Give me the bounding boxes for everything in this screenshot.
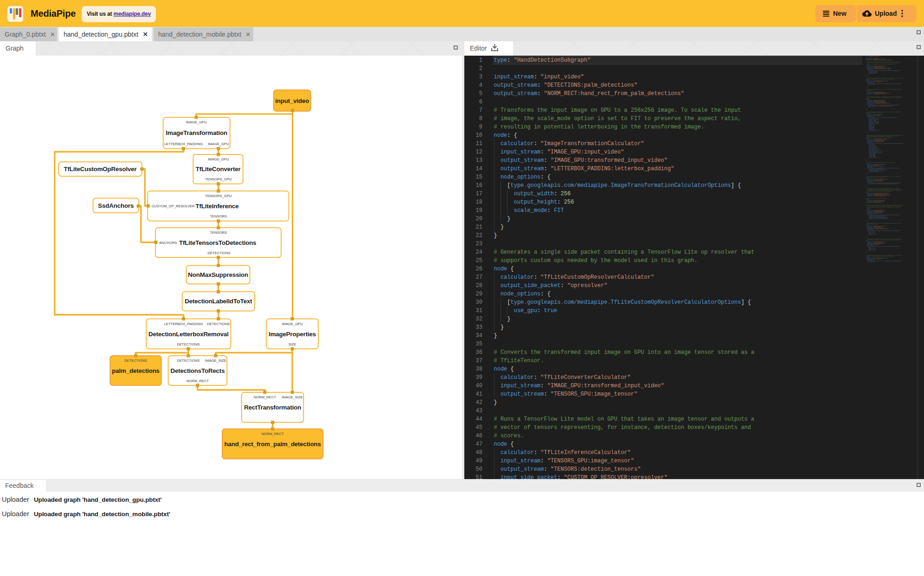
svg-text:TENSORS_GPU: TENSORS_GPU (205, 177, 231, 181)
svg-text:TENSORS: TENSORS (210, 214, 227, 218)
svg-text:TENSORS_GPU: TENSORS_GPU (205, 194, 231, 198)
svg-text:IMAGE_GPU: IMAGE_GPU (208, 157, 229, 161)
svg-text:DETECTIONS: DETECTIONS (208, 251, 231, 255)
svg-text:CUSTOM_OP_RESOLVER: CUSTOM_OP_RESOLVER (152, 204, 195, 208)
svg-text:DetectionLabelIdToText: DetectionLabelIdToText (185, 298, 252, 305)
svg-text:TfLiteConverter: TfLiteConverter (196, 166, 241, 173)
svg-text:TfLiteTensorsToDetections: TfLiteTensorsToDetections (179, 239, 256, 246)
svg-text:DETECTIONS: DETECTIONS (124, 358, 147, 363)
svg-text:IMAGE_GPU: IMAGE_GPU (282, 322, 303, 326)
svg-text:LETTERBOX_PADDING: LETTERBOX_PADDING (164, 322, 203, 326)
svg-text:DETECTIONS: DETECTIONS (207, 322, 230, 326)
svg-text:IMAGE_GPU: IMAGE_GPU (208, 142, 229, 146)
svg-text:ImageTransformation: ImageTransformation (166, 129, 227, 136)
svg-text:NORM_RECT: NORM_RECT (186, 379, 209, 383)
svg-text:IMAGE_SIZE: IMAGE_SIZE (282, 395, 303, 399)
svg-text:ANCHORS: ANCHORS (160, 241, 177, 245)
svg-text:TENSORS: TENSORS (210, 230, 227, 235)
svg-text:DetectionLetterboxRemoval: DetectionLetterboxRemoval (148, 331, 229, 338)
svg-text:DETECTIONS: DETECTIONS (177, 358, 200, 363)
svg-text:SsdAnchors: SsdAnchors (98, 202, 134, 209)
svg-text:TfLiteCustomOpResolver: TfLiteCustomOpResolver (64, 166, 137, 173)
svg-text:LETTERBOX_PADDING: LETTERBOX_PADDING (164, 142, 203, 146)
svg-text:DETECTIONS: DETECTIONS (177, 342, 200, 346)
svg-text:NORM_RECT: NORM_RECT (254, 395, 276, 399)
svg-text:IMAGE_SIZE: IMAGE_SIZE (205, 358, 226, 363)
svg-text:DetectionsToRects: DetectionsToRects (170, 367, 225, 374)
svg-text:NORM_RECT: NORM_RECT (262, 432, 284, 436)
svg-text:NonMaxSuppression: NonMaxSuppression (188, 271, 248, 278)
svg-text:SIZE: SIZE (289, 342, 296, 346)
svg-text:input_video: input_video (275, 97, 309, 104)
svg-text:TfLiteInference: TfLiteInference (196, 203, 239, 210)
svg-text:RectTransformation: RectTransformation (244, 404, 301, 411)
svg-text:palm_detections: palm_detections (112, 367, 160, 374)
svg-text:ImageProperties: ImageProperties (269, 331, 316, 338)
svg-text:hand_rect_from_palm_detections: hand_rect_from_palm_detections (225, 441, 321, 448)
svg-text:IMAGE_GPU: IMAGE_GPU (186, 120, 207, 124)
